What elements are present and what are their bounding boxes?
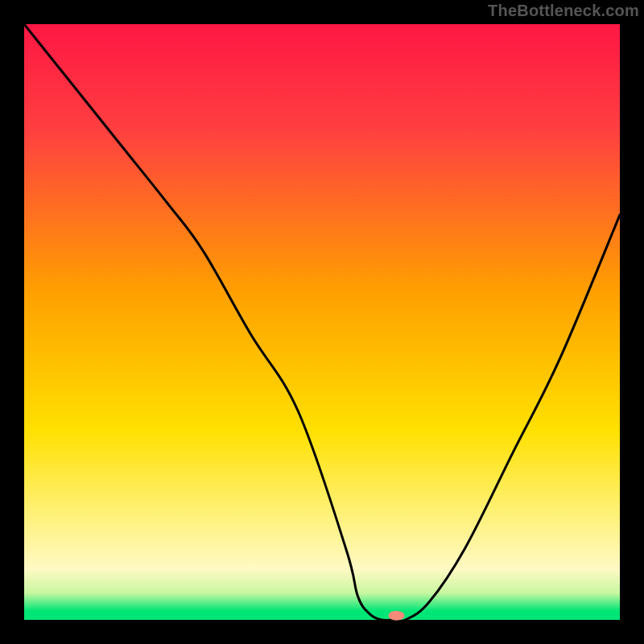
watermark-text: TheBottleneck.com <box>488 2 639 20</box>
plot-background <box>24 24 620 620</box>
chart-frame: TheBottleneck.com <box>0 0 644 644</box>
bottleneck-chart <box>0 0 644 644</box>
optimal-marker <box>389 611 405 621</box>
